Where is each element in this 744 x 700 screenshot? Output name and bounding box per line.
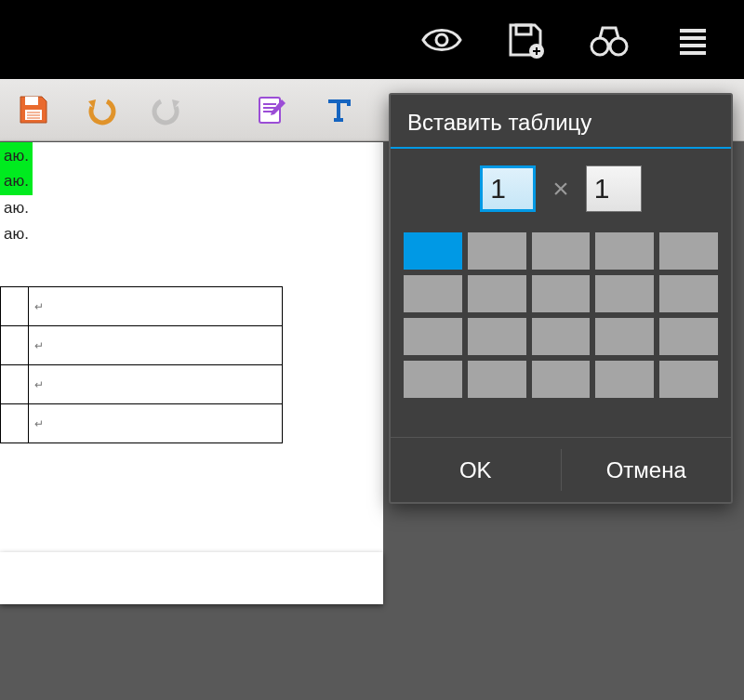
document-table[interactable]: ↵ ↵ ↵ ↵ xyxy=(0,286,283,443)
grid-cell[interactable] xyxy=(659,275,718,312)
undo-button[interactable] xyxy=(67,79,134,141)
grid-cell[interactable] xyxy=(468,361,526,398)
grid-cell[interactable] xyxy=(532,318,591,355)
doc-text-line[interactable]: аю. xyxy=(0,142,33,170)
grid-cell[interactable] xyxy=(659,232,718,270)
cols-input[interactable] xyxy=(586,165,642,212)
redo-icon xyxy=(152,94,183,125)
multiply-glyph: × xyxy=(552,173,569,205)
ok-button[interactable]: OK xyxy=(391,438,561,502)
grid-cell[interactable] xyxy=(595,232,654,270)
grid-cell[interactable] xyxy=(532,275,591,312)
document-page-next[interactable] xyxy=(0,552,383,604)
grid-cell[interactable] xyxy=(404,275,462,312)
doc-text-line[interactable]: аю. xyxy=(0,194,33,222)
undo-icon xyxy=(85,94,116,125)
grid-cell[interactable] xyxy=(532,232,591,270)
table-row: ↵ xyxy=(1,326,283,365)
save-icon xyxy=(18,94,49,125)
edit-icon xyxy=(256,94,287,125)
binoculars-icon xyxy=(588,19,631,61)
menu-icon xyxy=(674,21,711,59)
grid-cell[interactable] xyxy=(404,361,462,398)
grid-cell[interactable] xyxy=(595,361,654,398)
dimensions-row: × xyxy=(404,165,718,212)
grid-cell[interactable] xyxy=(595,275,654,312)
save-plus-icon xyxy=(505,20,546,60)
table-row: ↵ xyxy=(1,404,283,443)
table-row: ↵ xyxy=(1,365,283,404)
text-icon xyxy=(323,94,354,125)
dialog-button-row: OK Отмена xyxy=(391,437,731,502)
grid-cell[interactable] xyxy=(468,232,526,270)
find-button[interactable] xyxy=(567,0,651,79)
dialog-title: Вставить таблицу xyxy=(391,95,731,149)
text-format-button[interactable] xyxy=(305,79,372,141)
doc-text-line[interactable]: аю. xyxy=(0,167,33,195)
grid-cell[interactable] xyxy=(532,361,591,398)
redo-button[interactable] xyxy=(134,79,201,141)
preview-button[interactable] xyxy=(400,0,484,79)
insert-table-dialog: Вставить таблицу × xyxy=(389,93,733,504)
grid-cell[interactable] xyxy=(468,275,526,312)
menu-button[interactable] xyxy=(651,0,735,79)
rows-input[interactable] xyxy=(480,165,536,212)
grid-cell[interactable] xyxy=(659,318,718,355)
dialog-body: × xyxy=(391,149,731,437)
grid-cell[interactable] xyxy=(595,318,654,355)
grid-cell[interactable] xyxy=(404,318,462,355)
grid-cell[interactable] xyxy=(404,232,462,270)
eye-icon xyxy=(419,18,464,62)
table-size-grid xyxy=(404,232,718,398)
doc-text-line[interactable]: аю. xyxy=(0,220,33,248)
app-top-bar xyxy=(0,0,744,79)
svg-point-3 xyxy=(591,38,608,55)
save-as-button[interactable] xyxy=(484,0,567,79)
svg-rect-5 xyxy=(25,97,38,105)
table-row: ↵ xyxy=(1,287,283,326)
svg-point-4 xyxy=(610,38,627,55)
cancel-button[interactable]: Отмена xyxy=(562,438,732,502)
edit-button[interactable] xyxy=(238,79,305,141)
document-page[interactable]: аю. аю. аю. аю. ↵ ↵ ↵ ↵ xyxy=(0,142,383,601)
grid-cell[interactable] xyxy=(468,318,526,355)
svg-rect-1 xyxy=(516,25,531,34)
svg-point-0 xyxy=(436,34,447,46)
save-button[interactable] xyxy=(0,79,67,141)
grid-cell[interactable] xyxy=(659,361,718,398)
